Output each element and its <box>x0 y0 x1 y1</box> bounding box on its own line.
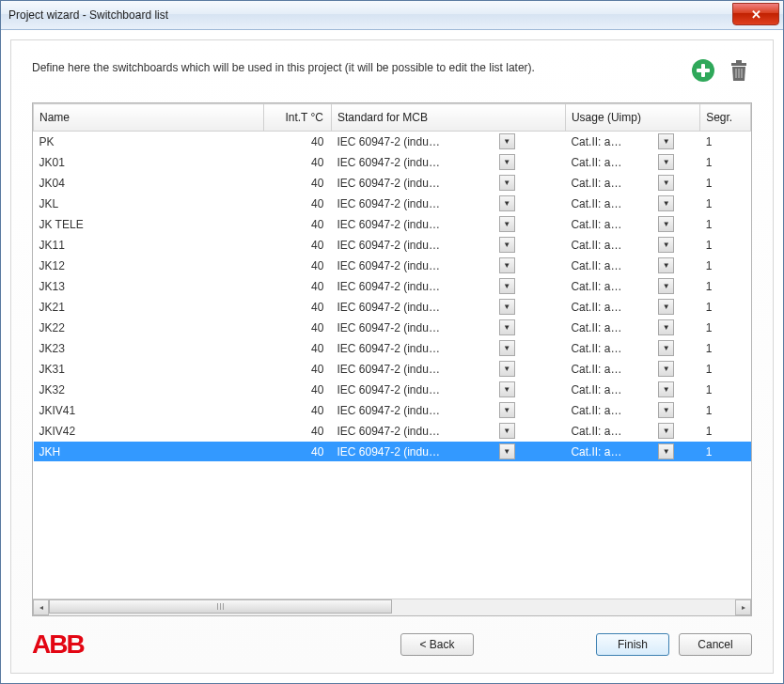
table-row[interactable]: JK2140IEC 60947-2 (industrial use)▼Cat.I… <box>34 297 751 318</box>
cell-standard[interactable]: IEC 60947-2 (industrial use) <box>331 214 447 235</box>
table-row[interactable]: JK TELE40IEC 60947-2 (industrial use)▼Ca… <box>34 214 751 235</box>
cell-usage[interactable]: Cat.II: appliances an... <box>565 359 633 380</box>
cell-usage[interactable]: Cat.II: appliances an... <box>565 421 633 442</box>
cell-usage[interactable]: Cat.II: appliances an... <box>565 214 633 235</box>
cell-standard[interactable]: IEC 60947-2 (industrial use) <box>331 173 447 194</box>
cell-segr[interactable]: 1 <box>700 235 751 256</box>
table-row[interactable]: JK1140IEC 60947-2 (industrial use)▼Cat.I… <box>34 235 751 256</box>
scroll-right-button[interactable]: ▸ <box>735 599 751 615</box>
col-header-standard[interactable]: Standard for MCB <box>331 104 565 132</box>
back-button[interactable]: < Back <box>400 633 474 656</box>
table-row[interactable]: JK1240IEC 60947-2 (industrial use)▼Cat.I… <box>34 256 751 276</box>
usage-dropdown-button[interactable]: ▼ <box>658 133 674 149</box>
cell-usage[interactable]: Cat.II: appliances an... <box>565 194 633 214</box>
cell-temp[interactable]: 40 <box>263 400 331 421</box>
usage-dropdown-button[interactable]: ▼ <box>658 381 674 397</box>
cell-usage[interactable]: Cat.II: appliances an... <box>565 256 633 276</box>
cell-name[interactable]: PK <box>34 132 264 152</box>
usage-dropdown-button[interactable]: ▼ <box>658 443 674 459</box>
cell-temp[interactable]: 40 <box>263 152 331 173</box>
usage-dropdown-button[interactable]: ▼ <box>658 299 674 315</box>
cell-segr[interactable]: 1 <box>700 256 751 276</box>
cell-name[interactable]: JK04 <box>34 173 264 194</box>
scroll-left-button[interactable]: ◂ <box>33 599 49 615</box>
scrollbar-thumb[interactable] <box>49 599 392 614</box>
usage-dropdown-button[interactable]: ▼ <box>658 340 674 356</box>
table-row[interactable]: JKH40IEC 60947-2 (industrial use)▼Cat.II… <box>34 442 751 462</box>
cell-temp[interactable]: 40 <box>263 173 331 194</box>
col-header-temp[interactable]: Int.T °C <box>263 104 331 132</box>
cell-usage[interactable]: Cat.II: appliances an... <box>565 235 633 256</box>
standard-dropdown-button[interactable]: ▼ <box>499 175 515 191</box>
standard-dropdown-button[interactable]: ▼ <box>499 402 515 418</box>
cell-segr[interactable]: 1 <box>700 297 751 318</box>
standard-dropdown-button[interactable]: ▼ <box>499 237 515 253</box>
cell-name[interactable]: JK32 <box>34 380 264 400</box>
standard-dropdown-button[interactable]: ▼ <box>499 299 515 315</box>
cell-name[interactable]: JK31 <box>34 359 264 380</box>
cell-segr[interactable]: 1 <box>700 380 751 400</box>
finish-button[interactable]: Finish <box>596 633 669 656</box>
usage-dropdown-button[interactable]: ▼ <box>658 278 674 294</box>
cell-standard[interactable]: IEC 60947-2 (industrial use) <box>331 276 447 297</box>
usage-dropdown-button[interactable]: ▼ <box>658 361 674 377</box>
cell-name[interactable]: JK11 <box>34 235 264 256</box>
cell-segr[interactable]: 1 <box>700 173 751 194</box>
cell-temp[interactable]: 40 <box>263 318 331 338</box>
cell-usage[interactable]: Cat.II: appliances an... <box>565 132 633 152</box>
cell-standard[interactable]: IEC 60947-2 (industrial use) <box>331 152 447 173</box>
col-header-name[interactable]: Name <box>34 104 264 132</box>
cell-name[interactable]: JK12 <box>34 256 264 276</box>
table-row[interactable]: JKL40IEC 60947-2 (industrial use)▼Cat.II… <box>34 194 751 214</box>
usage-dropdown-button[interactable]: ▼ <box>658 195 674 211</box>
cell-standard[interactable]: IEC 60947-2 (industrial use) <box>331 132 447 152</box>
table-row[interactable]: JK2240IEC 60947-2 (industrial use)▼Cat.I… <box>34 318 751 338</box>
standard-dropdown-button[interactable]: ▼ <box>499 443 515 459</box>
cell-standard[interactable]: IEC 60947-2 (industrial use) <box>331 318 447 338</box>
cell-usage[interactable]: Cat.II: appliances an... <box>565 400 633 421</box>
cell-segr[interactable]: 1 <box>700 318 751 338</box>
add-switchboard-button[interactable] <box>690 57 716 84</box>
cell-usage[interactable]: Cat.II: appliances an... <box>565 442 633 462</box>
cell-temp[interactable]: 40 <box>263 380 331 400</box>
cell-segr[interactable]: 1 <box>700 421 751 442</box>
cell-usage[interactable]: Cat.II: appliances an... <box>565 338 633 359</box>
usage-dropdown-button[interactable]: ▼ <box>658 237 674 253</box>
close-button[interactable]: ✕ <box>732 3 779 25</box>
cell-segr[interactable]: 1 <box>700 338 751 359</box>
table-row[interactable]: JK2340IEC 60947-2 (industrial use)▼Cat.I… <box>34 338 751 359</box>
table-row[interactable]: JK3240IEC 60947-2 (industrial use)▼Cat.I… <box>34 380 751 400</box>
cell-name[interactable]: JK01 <box>34 152 264 173</box>
cell-name[interactable]: JK13 <box>34 276 264 297</box>
cell-standard[interactable]: IEC 60947-2 (industrial use) <box>331 421 447 442</box>
standard-dropdown-button[interactable]: ▼ <box>499 381 515 397</box>
cell-standard[interactable]: IEC 60947-2 (industrial use) <box>331 297 447 318</box>
horizontal-scrollbar[interactable]: ◂ ▸ <box>33 598 751 615</box>
cell-standard[interactable]: IEC 60947-2 (industrial use) <box>331 235 447 256</box>
standard-dropdown-button[interactable]: ▼ <box>499 340 515 356</box>
cell-standard[interactable]: IEC 60947-2 (industrial use) <box>331 256 447 276</box>
cell-usage[interactable]: Cat.II: appliances an... <box>565 297 633 318</box>
usage-dropdown-button[interactable]: ▼ <box>658 423 674 439</box>
col-header-segr[interactable]: Segr. <box>700 104 751 132</box>
standard-dropdown-button[interactable]: ▼ <box>499 361 515 377</box>
usage-dropdown-button[interactable]: ▼ <box>658 319 674 335</box>
col-header-usage[interactable]: Usage (Uimp) <box>565 104 699 132</box>
table-row[interactable]: JK3140IEC 60947-2 (industrial use)▼Cat.I… <box>34 359 751 380</box>
cell-segr[interactable]: 1 <box>700 132 751 152</box>
cell-temp[interactable]: 40 <box>263 256 331 276</box>
table-row[interactable]: PK40IEC 60947-2 (industrial use)▼Cat.II:… <box>34 132 751 152</box>
cell-usage[interactable]: Cat.II: appliances an... <box>565 276 633 297</box>
standard-dropdown-button[interactable]: ▼ <box>499 133 515 149</box>
usage-dropdown-button[interactable]: ▼ <box>658 257 674 273</box>
cell-name[interactable]: JK TELE <box>34 214 264 235</box>
cell-standard[interactable]: IEC 60947-2 (industrial use) <box>331 380 447 400</box>
cell-segr[interactable]: 1 <box>700 214 751 235</box>
cell-standard[interactable]: IEC 60947-2 (industrial use) <box>331 400 447 421</box>
cell-name[interactable]: JKIV41 <box>34 400 264 421</box>
cell-name[interactable]: JKIV42 <box>34 421 264 442</box>
usage-dropdown-button[interactable]: ▼ <box>658 402 674 418</box>
table-row[interactable]: JK1340IEC 60947-2 (industrial use)▼Cat.I… <box>34 276 751 297</box>
cell-segr[interactable]: 1 <box>700 276 751 297</box>
cell-usage[interactable]: Cat.II: appliances an... <box>565 152 633 173</box>
